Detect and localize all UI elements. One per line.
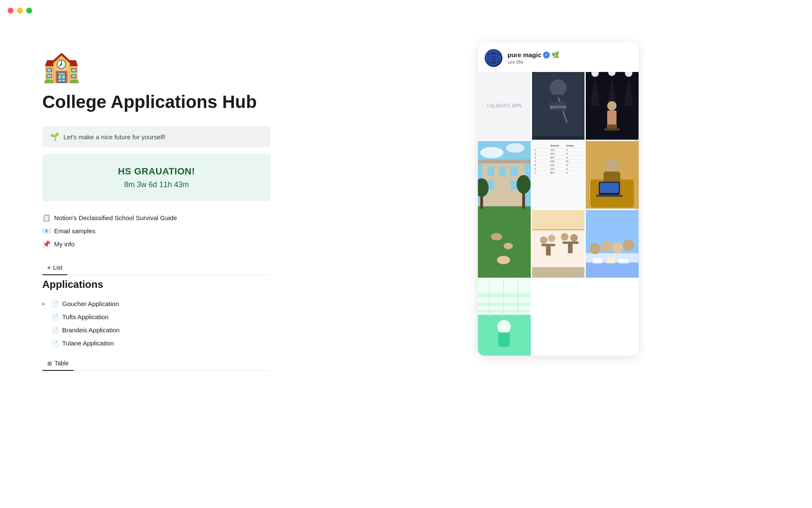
svg-rect-26 <box>499 167 506 176</box>
svg-rect-44 <box>600 183 619 193</box>
photo-speaker <box>586 72 639 140</box>
close-button[interactable] <box>8 8 14 14</box>
tab-list[interactable]: ≡ List <box>42 261 67 275</box>
table-tab-icon: ⊞ <box>47 360 52 367</box>
photo-outdoor-cafe <box>532 210 585 278</box>
svg-rect-45 <box>596 195 623 196</box>
left-content: 🏫 College Applications Hub 🌱 Let's make … <box>0 25 304 508</box>
svg-point-56 <box>570 234 578 242</box>
card-emojis: 🌿 <box>551 51 560 59</box>
link-survival-guide[interactable]: 📋 Notion's Declassified School Survival … <box>42 211 271 224</box>
app-item-tufts[interactable]: ▶ 📄 Tufts Application <box>42 310 271 323</box>
brandeis-doc-icon: 📄 <box>52 327 59 334</box>
svg-rect-31 <box>478 206 531 278</box>
callout-block: 🌱 Let's make a nice future for yourself! <box>42 126 271 147</box>
svg-point-55 <box>561 233 568 241</box>
card-subtitle: uni life <box>508 59 632 65</box>
main-layout: 🏫 College Applications Hub 🌱 Let's make … <box>0 0 812 508</box>
svg-rect-30 <box>478 160 531 163</box>
svg-rect-67 <box>619 259 629 263</box>
svg-point-60 <box>590 243 601 254</box>
card-avatar <box>485 49 502 67</box>
svg-rect-18 <box>607 110 617 127</box>
my-info-icon: 📌 <box>42 240 51 248</box>
card-username: pure magic ✓ 🌿 <box>508 51 632 59</box>
pinterest-card: pure magic ✓ 🌿 uni life I ALWAYS WIN <box>478 42 639 356</box>
photo-table-data: SchoolGrade 1A/AA 2A/AA 3B/AA- 4A/BB+ <box>532 141 585 209</box>
callout-text: Let's make a nice future for yourself! <box>63 133 165 141</box>
card-header: pure magic ✓ 🌿 uni life <box>478 42 639 72</box>
svg-point-5 <box>550 80 567 97</box>
svg-rect-25 <box>487 167 494 176</box>
svg-rect-19 <box>607 124 617 128</box>
svg-point-62 <box>612 242 623 253</box>
speaker-svg <box>586 72 639 140</box>
countdown-title: HS GRAUATION! <box>50 166 263 177</box>
app-item-brandeis[interactable]: ▶ 📄 Brandeis Application <box>42 323 271 337</box>
table-tab-label: Table <box>55 360 69 367</box>
svg-rect-66 <box>607 257 615 263</box>
view-tabs: ≡ List <box>42 261 271 275</box>
svg-rect-52 <box>568 244 573 253</box>
tufts-label: Tufts Application <box>62 313 109 320</box>
svg-rect-57 <box>532 267 585 278</box>
app-item-tulane[interactable]: ▶ 📄 Tulane Application <box>42 337 271 350</box>
svg-point-38 <box>497 256 510 264</box>
page-title: College Applications Hub <box>42 91 271 113</box>
svg-rect-71 <box>478 303 531 306</box>
svg-rect-78 <box>498 332 510 347</box>
my-info-label: My info <box>54 240 74 248</box>
svg-rect-51 <box>562 241 579 244</box>
goucher-chevron: ▶ <box>42 301 48 306</box>
link-email-samples[interactable]: 📧 Email samples <box>42 224 271 237</box>
survival-guide-label: Notion's Declassified School Survival Gu… <box>54 214 177 221</box>
svg-point-53 <box>540 236 547 244</box>
laptop-svg <box>586 141 639 209</box>
avatar-inner <box>485 49 502 67</box>
svg-rect-64 <box>586 262 639 278</box>
table-tab-row: ⊞ Table <box>42 356 271 371</box>
maximize-button[interactable] <box>26 8 32 14</box>
traffic-lights <box>8 8 32 14</box>
photo-boston-hoodie: BOSTON <box>532 72 585 140</box>
campus-svg <box>478 141 531 278</box>
svg-point-37 <box>504 243 513 249</box>
countdown-time: 8m 3w 6d 11h 43m <box>50 180 263 189</box>
minimize-button[interactable] <box>17 8 23 14</box>
link-my-info[interactable]: 📌 My info <box>42 237 271 251</box>
list-tab-icon: ≡ <box>47 265 51 271</box>
svg-rect-49 <box>541 244 555 246</box>
svg-rect-65 <box>593 258 602 263</box>
svg-point-63 <box>623 240 634 251</box>
group-svg <box>586 210 639 278</box>
photo-garden <box>478 279 531 356</box>
countdown-block: HS GRAUATION! 8m 3w 6d 11h 43m <box>42 154 271 201</box>
svg-point-17 <box>607 101 617 110</box>
svg-point-41 <box>604 158 619 173</box>
svg-rect-29 <box>510 181 518 190</box>
app-item-goucher[interactable]: ▶ 📄 Goucher Application <box>42 297 271 310</box>
list-tab-label: List <box>53 264 63 271</box>
links-list: 📋 Notion's Declassified School Survival … <box>42 211 271 251</box>
svg-point-61 <box>601 240 612 251</box>
photo-laptop-person <box>586 141 639 209</box>
card-info: pure magic ✓ 🌿 uni life <box>508 51 632 65</box>
svg-point-23 <box>506 143 524 152</box>
brandeis-label: Brandeis Application <box>62 326 120 334</box>
goucher-label: Goucher Application <box>62 300 119 307</box>
outdoor-svg <box>532 210 585 278</box>
svg-rect-50 <box>546 246 551 256</box>
applications-section-title: Applications <box>42 279 271 290</box>
survival-guide-icon: 📋 <box>42 214 51 222</box>
svg-rect-27 <box>510 167 518 176</box>
svg-point-36 <box>491 233 502 240</box>
tab-table[interactable]: ⊞ Table <box>42 356 74 371</box>
photo-campus <box>478 141 531 278</box>
svg-rect-47 <box>532 210 585 230</box>
svg-rect-20 <box>604 128 619 131</box>
svg-text:BOSTON: BOSTON <box>550 105 566 109</box>
goucher-doc-icon: 📄 <box>52 301 59 307</box>
applications-list: ▶ 📄 Goucher Application ▶ 📄 Tufts Applic… <box>42 297 271 350</box>
table-view-tabs: ⊞ Table <box>42 356 271 371</box>
globe-icon <box>486 50 501 66</box>
